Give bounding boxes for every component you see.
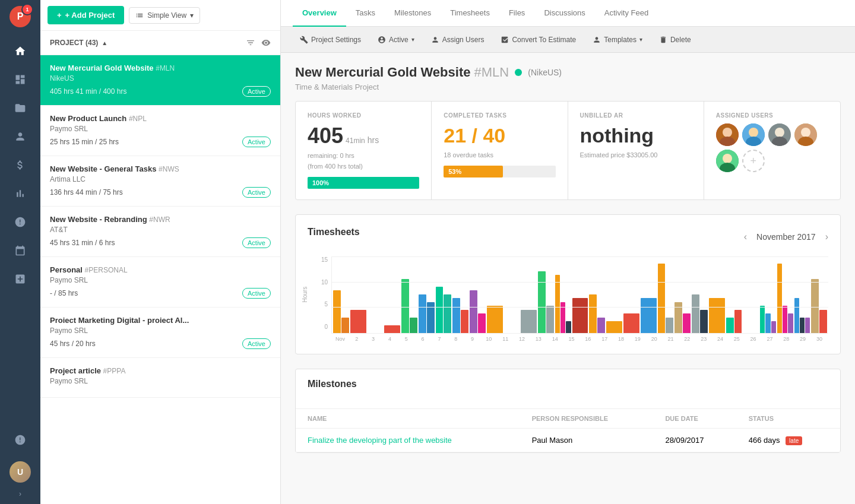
bar [794, 298, 799, 333]
project-list: New Mercurial Gold Website #MLN NikeUS 4… [40, 55, 280, 504]
project-item[interactable]: Proiect Marketing Digital - proiect Al..… [40, 308, 280, 358]
toolbar: Project Settings Active ▾ Assign Users C… [281, 27, 855, 53]
bar-group [436, 287, 452, 333]
user-avatar-5 [716, 150, 739, 172]
bar [683, 313, 691, 333]
project-name: New Mercurial Gold Website #MLN [50, 64, 271, 72]
hours-unit: hrs [368, 135, 379, 145]
project-item[interactable]: Project article #PPPA Paymo SRL [40, 358, 280, 398]
x-label: 11 [498, 336, 513, 342]
project-list-header: PROJECT (43) ▲ [40, 31, 280, 55]
x-label: 6 [415, 336, 430, 342]
sidebar-item-folders[interactable] [8, 96, 32, 120]
bar [692, 294, 699, 333]
x-label: 12 [514, 336, 530, 342]
tab-overview[interactable]: Overview [293, 0, 346, 27]
bar [760, 306, 765, 333]
milestone-name[interactable]: Finalize the developing part of the webs… [308, 436, 452, 445]
x-label: 23 [696, 336, 711, 342]
tab-activity-feed[interactable]: Activity Feed [595, 0, 658, 27]
sidebar-item-add[interactable] [8, 267, 32, 291]
next-month-button[interactable]: › [825, 232, 828, 242]
nav-tabs: Overview Tasks Milestones Timesheets Fil… [281, 0, 855, 27]
bar-group [419, 294, 435, 333]
bar [546, 306, 554, 333]
sidebar-item-reports[interactable] [8, 68, 32, 91]
templates-button[interactable]: Templates ▾ [585, 32, 650, 47]
delete-button[interactable]: Delete [652, 32, 698, 47]
sidebar-logo[interactable]: P 1 [10, 6, 31, 27]
timesheets-title: Timesheets [308, 227, 360, 237]
bar-group [333, 290, 349, 333]
sidebar-item-home[interactable] [8, 39, 32, 63]
project-item[interactable]: Personal #PERSONAL Paymo SRL - / 85 hrs … [40, 257, 280, 308]
bar [452, 298, 460, 333]
sidebar-item-calendar[interactable] [8, 239, 32, 262]
sidebar-item-billing[interactable] [8, 153, 32, 177]
bar-group [555, 275, 571, 333]
project-count-label: PROJECT (43) [50, 39, 98, 47]
eye-icon[interactable] [261, 38, 271, 47]
tab-tasks[interactable]: Tasks [346, 0, 385, 27]
add-project-button[interactable]: + + Add Project [48, 6, 124, 24]
sidebar-collapse-btn[interactable]: › [19, 490, 21, 498]
bar [470, 290, 477, 333]
prev-month-button[interactable]: ‹ [744, 232, 747, 242]
x-label: 9 [465, 336, 480, 342]
left-panel: + + Add Project Simple View ▾ PROJECT (4… [40, 0, 281, 504]
tasks-value: 21 / 40 [444, 123, 555, 148]
y-label-5: 5 [324, 301, 328, 308]
assigned-users-label: ASSIGNED USERS [716, 112, 828, 119]
templates-icon [593, 36, 601, 44]
sidebar-item-time[interactable] [8, 210, 32, 234]
add-user-button[interactable]: + [742, 150, 765, 172]
bar-group [606, 321, 622, 333]
convert-to-estimate-button[interactable]: Convert To Estimate [493, 32, 583, 47]
bar-group [521, 310, 537, 333]
user-avatar[interactable]: U [10, 461, 31, 483]
sidebar-item-analytics[interactable] [8, 182, 32, 205]
sidebar-item-users[interactable] [8, 125, 32, 148]
project-item[interactable]: New Website - General Tasks #NWS Artima … [40, 156, 280, 207]
svg-point-10 [801, 128, 810, 137]
dropdown-arrow-icon: ▾ [190, 11, 194, 20]
tab-timesheets[interactable]: Timesheets [441, 0, 499, 27]
project-item[interactable]: New Website - Rebranding #NWR AT&T 45 hr… [40, 207, 280, 257]
project-title: New Mercurial Gold Website #MLN [295, 65, 509, 80]
bar-group [641, 298, 657, 333]
add-icon: + [57, 11, 62, 20]
x-label: 2 [349, 336, 365, 342]
project-item[interactable]: New Product Launch #NPL Paymo SRL 25 hrs… [40, 106, 280, 156]
user-avatar-1 [716, 123, 739, 146]
bar [566, 321, 571, 333]
templates-dropdown-icon: ▾ [639, 36, 642, 43]
hours-sub2: (from 400 hrs total) [308, 163, 419, 170]
project-hours: 405 hrs 41 min / 400 hrs [50, 87, 126, 96]
tab-milestones[interactable]: Milestones [385, 0, 441, 27]
unbilled-ar-card: UNBILLED AR nothing Estimated price $330… [568, 102, 704, 199]
tab-discussions[interactable]: Discussions [534, 0, 594, 27]
bar [658, 264, 666, 333]
sidebar-item-clock[interactable] [8, 428, 32, 452]
estimated-price: Estimated price $33005.00 [580, 151, 692, 159]
bar-group [811, 279, 827, 333]
filter-icon[interactable] [246, 38, 255, 47]
project-settings-button[interactable]: Project Settings [293, 32, 368, 47]
project-item[interactable]: New Mercurial Gold Website #MLN NikeUS 4… [40, 55, 280, 106]
simple-view-button[interactable]: Simple View ▾ [129, 7, 200, 24]
col-person: PERSON RESPONSIBLE [520, 409, 654, 429]
bar-group [589, 294, 605, 333]
active-status-button[interactable]: Active ▾ [370, 32, 422, 47]
bar [623, 313, 639, 333]
bar [734, 310, 742, 333]
x-label: 30 [812, 336, 827, 342]
x-label: Nov [332, 336, 348, 342]
tab-files[interactable]: Files [499, 0, 534, 27]
x-label: 10 [481, 336, 496, 342]
x-label: 27 [762, 336, 778, 342]
assign-users-button[interactable]: Assign Users [424, 32, 492, 47]
stats-row: HOURS WORKED 405 41min hrs remaining: 0 … [295, 101, 841, 200]
bar-group [401, 279, 417, 333]
bar-group [470, 290, 486, 333]
grid-line-10 [332, 282, 828, 283]
